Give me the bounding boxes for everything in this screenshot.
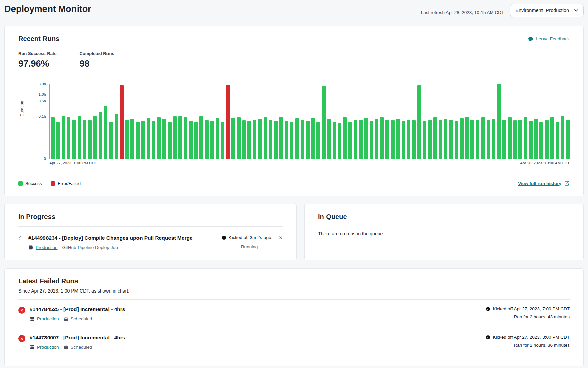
- chart-bar[interactable]: [162, 119, 166, 159]
- chart-bar[interactable]: [189, 121, 193, 159]
- chart-bar[interactable]: [226, 85, 230, 159]
- chart-bar[interactable]: [93, 116, 97, 159]
- chart-bar[interactable]: [306, 121, 310, 159]
- chart-bar[interactable]: [380, 117, 384, 159]
- chart-bar[interactable]: [199, 116, 203, 159]
- production-link[interactable]: Production: [37, 345, 59, 350]
- chart-bar[interactable]: [539, 122, 543, 159]
- close-icon[interactable]: ✕: [278, 235, 283, 240]
- chart-bar[interactable]: [449, 120, 453, 159]
- chart-bar[interactable]: [141, 121, 145, 159]
- chart-bar[interactable]: [338, 123, 341, 159]
- chart-bar[interactable]: [83, 120, 87, 159]
- chart-bar[interactable]: [545, 120, 549, 159]
- chart-bar[interactable]: [417, 85, 421, 159]
- chart-bar[interactable]: [184, 117, 187, 159]
- chart-bar[interactable]: [460, 118, 464, 159]
- chart-bar[interactable]: [534, 119, 538, 159]
- chart-bar[interactable]: [492, 119, 496, 159]
- chart-bar[interactable]: [247, 121, 251, 159]
- chart-bar[interactable]: [412, 120, 416, 159]
- chart-bar[interactable]: [348, 122, 352, 159]
- chart-bar[interactable]: [88, 120, 92, 159]
- chart-bar[interactable]: [295, 118, 299, 159]
- chart-bar[interactable]: [444, 119, 448, 159]
- chart-bar[interactable]: [561, 116, 565, 159]
- chart-bar[interactable]: [62, 116, 65, 159]
- chart-bar[interactable]: [343, 117, 347, 159]
- chart-bar[interactable]: [78, 116, 81, 159]
- chart-bar[interactable]: [556, 122, 559, 159]
- environment-dropdown[interactable]: Environment Production: [510, 4, 584, 17]
- chart-bar[interactable]: [168, 122, 172, 159]
- chart-bar[interactable]: [322, 86, 326, 159]
- chart-bar[interactable]: [364, 118, 368, 159]
- chart-bar[interactable]: [67, 117, 70, 159]
- chart-bar[interactable]: [152, 121, 156, 159]
- chart-bar[interactable]: [56, 122, 60, 159]
- chart-bar[interactable]: [396, 119, 400, 159]
- chart-bar[interactable]: [465, 117, 469, 159]
- chart-bar[interactable]: [274, 121, 278, 159]
- chart-bar[interactable]: [391, 120, 395, 159]
- chart-bar[interactable]: [487, 120, 490, 159]
- chart-bar[interactable]: [354, 120, 358, 159]
- chart-bar[interactable]: [99, 112, 102, 159]
- chart-bar[interactable]: [290, 122, 293, 159]
- chart-bar[interactable]: [264, 117, 267, 159]
- chart-bar[interactable]: [157, 117, 161, 159]
- chart-bar[interactable]: [109, 122, 113, 159]
- chart-bar[interactable]: [125, 120, 129, 159]
- production-link[interactable]: Production: [37, 316, 59, 321]
- chart-bar[interactable]: [194, 122, 198, 159]
- chart-bar[interactable]: [237, 117, 241, 159]
- chart-bar[interactable]: [311, 118, 315, 159]
- chart-bar[interactable]: [147, 118, 150, 159]
- chart-bar[interactable]: [470, 120, 474, 159]
- chart-bar[interactable]: [529, 121, 533, 159]
- chart-bar[interactable]: [524, 117, 527, 159]
- chart-bar[interactable]: [210, 121, 214, 159]
- chart-bar[interactable]: [423, 121, 427, 159]
- chart-bar[interactable]: [115, 114, 118, 159]
- chart-bar[interactable]: [221, 122, 225, 159]
- chart-bar[interactable]: [279, 117, 283, 159]
- chart-bar[interactable]: [231, 118, 235, 159]
- chart-bar[interactable]: [130, 119, 134, 159]
- chart-bar[interactable]: [508, 117, 512, 159]
- chart-bar[interactable]: [253, 120, 256, 159]
- chart-bar[interactable]: [455, 121, 458, 159]
- chart-bar[interactable]: [120, 85, 124, 159]
- chart-bar[interactable]: [216, 118, 219, 159]
- chart-bar[interactable]: [285, 121, 288, 159]
- chart-bar[interactable]: [104, 106, 108, 159]
- chart-bar[interactable]: [550, 117, 554, 159]
- leave-feedback-link[interactable]: Leave Feedback: [528, 36, 570, 42]
- chart-bar[interactable]: [428, 120, 432, 159]
- chart-bar[interactable]: [72, 120, 76, 159]
- chart-bar[interactable]: [402, 121, 405, 159]
- production-link[interactable]: Production: [36, 245, 58, 250]
- chart-bar[interactable]: [385, 120, 389, 159]
- chart-bar[interactable]: [518, 120, 522, 159]
- chart-bar[interactable]: [433, 117, 437, 159]
- chart-bar[interactable]: [136, 122, 140, 159]
- chart-bar[interactable]: [407, 120, 410, 159]
- view-full-run-history-link[interactable]: View full run history: [518, 181, 570, 186]
- chart-bar[interactable]: [375, 119, 379, 159]
- chart-bar[interactable]: [370, 121, 373, 159]
- chart-bar[interactable]: [513, 120, 517, 159]
- chart-bar[interactable]: [205, 120, 209, 159]
- chart-bar[interactable]: [476, 120, 479, 159]
- chart-bar[interactable]: [242, 120, 246, 159]
- chart-bar[interactable]: [502, 120, 506, 159]
- chart-bar[interactable]: [327, 119, 331, 159]
- chart-bar[interactable]: [439, 120, 442, 159]
- chart-bar[interactable]: [316, 122, 320, 159]
- chart-bar[interactable]: [481, 117, 485, 159]
- chart-bar[interactable]: [178, 116, 182, 159]
- chart-bar[interactable]: [51, 117, 55, 159]
- chart-bar[interactable]: [258, 119, 262, 159]
- chart-bar[interactable]: [269, 120, 272, 159]
- chart-bar[interactable]: [359, 120, 363, 159]
